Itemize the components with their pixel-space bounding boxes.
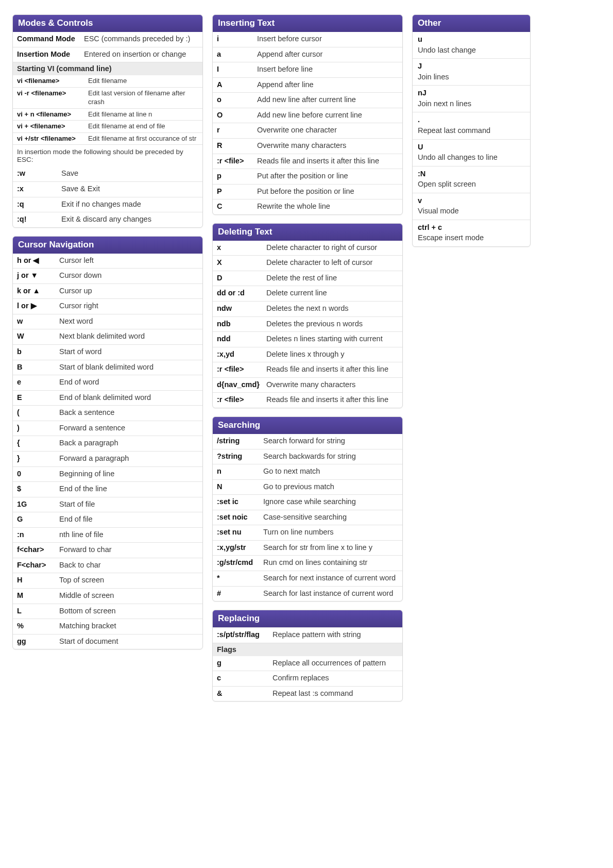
cmd-desc: ESC (commands preceded by :)	[84, 34, 198, 44]
cmd-key: E	[17, 393, 59, 403]
cmd-desc: Search forward for string	[263, 436, 398, 446]
table-row: .Repeat last command	[413, 112, 530, 139]
cmd-desc: Save	[61, 169, 198, 179]
cmd-key: :q!	[17, 214, 61, 225]
table-row: :r <file>Reads file and inserts it after…	[213, 362, 402, 377]
cmd-desc: Next blank delimited word	[59, 331, 198, 342]
cmd-key: P	[217, 187, 257, 197]
cmd-key: b	[17, 347, 59, 357]
cmd-desc: Edit filename	[88, 76, 198, 86]
table-row: XDelete character to left of cursor	[213, 255, 402, 271]
cmd-key: r	[217, 125, 257, 136]
cmd-key: x	[217, 243, 266, 253]
table-row: MMiddle of screen	[13, 588, 202, 604]
cmd-desc: Search for last instance of current word	[263, 589, 398, 599]
cmd-desc: Cursor left	[59, 256, 198, 266]
cmd-key: w	[17, 316, 59, 327]
table-row: 0Beginning of line	[13, 466, 202, 482]
table-row: nddDeletes n lines starting with current	[213, 331, 402, 347]
cmd-desc: Put before the position or line	[257, 187, 398, 197]
cmd-key: :r <file>	[217, 364, 266, 375]
cmd-key: }	[17, 454, 59, 464]
cmd-key: C	[217, 202, 257, 212]
cmd-desc: Reads file and inserts it after this lin…	[266, 395, 398, 405]
cmd-key: vi + <filename>	[17, 122, 88, 131]
cmd-desc: Exit & discard any changes	[61, 214, 198, 225]
cmd-desc: Join next n lines	[418, 99, 471, 109]
table-row: ctrl + cEscape insert mode	[413, 220, 530, 246]
delete-rows: xDelete character to right of cursorXDel…	[213, 241, 402, 408]
cmd-key: :set ic	[217, 497, 263, 507]
cmd-desc: Delete character to right of cursor	[266, 243, 398, 253]
table-row: j or ▼Cursor down	[13, 268, 202, 283]
table-row: LBottom of screen	[13, 604, 202, 619]
table-row: :g/str/cmdRun cmd on lines containing st…	[213, 555, 402, 571]
cmd-desc: Delete current line	[266, 288, 398, 298]
cmd-desc: End of blank delimited word	[59, 393, 198, 403]
cmd-key: :g/str/cmd	[217, 558, 263, 568]
cmd-key: h or ◀	[17, 256, 59, 266]
table-row: pPut after the position or line	[213, 169, 402, 184]
cmd-desc: Search for next instance of current word	[263, 573, 398, 583]
cmd-key: M	[17, 591, 59, 601]
table-row: {Back a paragraph	[13, 436, 202, 451]
cmd-key: c	[217, 673, 273, 683]
table-row: l or ▶Cursor right	[13, 298, 202, 314]
cmd-desc: End of the line	[59, 484, 198, 494]
card-header-insert: Inserting Text	[213, 15, 402, 32]
cmd-key: J	[418, 61, 422, 72]
table-row: Insertion ModeEntered on insertion or ch…	[13, 47, 202, 62]
cmd-desc: Back a sentence	[59, 408, 198, 418]
table-row: WNext blank delimited word	[13, 329, 202, 344]
insert-rows: iInsert before cursoraAppend after curso…	[213, 32, 402, 214]
table-row: k or ▲Cursor up	[13, 283, 202, 299]
cmd-desc: Ignore case while searching	[263, 497, 398, 507]
cmd-key: .	[418, 115, 420, 126]
cmd-key: :set nu	[217, 527, 263, 538]
table-row: %Matching bracket	[13, 619, 202, 634]
subhead-flags: Flags	[213, 643, 402, 656]
table-row: :nnth line of file	[13, 527, 202, 543]
card-header-delete: Deleting Text	[213, 224, 402, 241]
cmd-desc: Deletes the previous n words	[266, 319, 398, 329]
cmd-desc: Repeat last command	[418, 126, 490, 136]
cmd-desc: Forward to char	[59, 545, 198, 555]
cmd-key: v	[418, 196, 422, 207]
table-row: ndbDeletes the previous n words	[213, 316, 402, 332]
cmd-key: :r <file>	[217, 156, 257, 166]
cmd-desc: Forward a paragraph	[59, 454, 198, 464]
cmd-desc: nth line of file	[59, 530, 198, 540]
table-row: JJoin lines	[413, 58, 530, 85]
cmd-desc: Reads file and inserts it after this lin…	[257, 156, 398, 166]
cmd-desc: Next word	[59, 316, 198, 327]
cmd-desc: Undo all changes to line	[418, 153, 498, 163]
cmd-desc: Start of word	[59, 347, 198, 357]
cmd-desc: Back a paragraph	[59, 438, 198, 448]
cmd-desc: Overwrite many characters	[257, 141, 398, 151]
table-row: BStart of blank delimited word	[13, 360, 202, 375]
cmd-desc: Start of file	[59, 499, 198, 510]
cmd-desc: Save & Exit	[61, 184, 198, 194]
cmd-key: g	[217, 658, 273, 669]
table-row: )Forward a sentence	[13, 421, 202, 436]
cmd-key: :q	[17, 199, 61, 210]
modes-rows: Command ModeESC (commands preceded by :)…	[13, 32, 202, 62]
table-row: :xSave & Exit	[13, 181, 202, 197]
table-row: *Search for next instance of current wor…	[213, 571, 402, 586]
cmd-key: l or ▶	[17, 301, 59, 311]
cmd-desc: Insert before line	[257, 64, 398, 75]
table-row: h or ◀Cursor left	[13, 254, 202, 269]
cmd-key: 0	[17, 469, 59, 479]
cmd-desc: Edit filename at first occurance of str	[88, 134, 198, 143]
card-delete: Deleting Text xDelete character to right…	[212, 223, 403, 408]
table-row: EEnd of blank delimited word	[13, 390, 202, 406]
table-row: vi + n <filename>Edit filename at line n	[13, 108, 202, 121]
table-row: AAppend after line	[213, 77, 402, 93]
cmd-key: j or ▼	[17, 271, 59, 281]
cmd-key: H	[17, 575, 59, 586]
table-row: PPut before the position or line	[213, 184, 402, 199]
cmd-desc: Beginning of line	[59, 469, 198, 479]
table-row: ?stringSearch backwards for string	[213, 449, 402, 464]
cmd-key: {	[17, 438, 59, 448]
table-row: vVisual mode	[413, 193, 530, 220]
